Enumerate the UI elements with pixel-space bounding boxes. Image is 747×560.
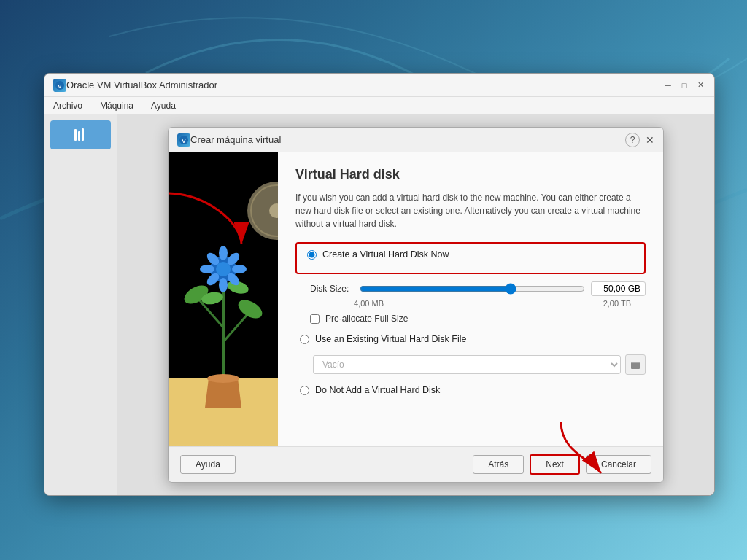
folder-icon: [630, 359, 640, 370]
dialog-close-button[interactable]: ✕: [646, 134, 654, 146]
svg-point-20: [219, 278, 228, 292]
no-disk-radio-option[interactable]: Do Not Add a Virtual Hard Disk: [295, 382, 646, 398]
dialog-title-controls: ? ✕: [625, 133, 654, 147]
create-vm-dialog: V Crear máquina virtual ? ✕: [168, 127, 664, 483]
disk-size-slider[interactable]: [360, 283, 585, 295]
disk-size-input[interactable]: [591, 281, 646, 296]
create-now-radio[interactable]: [307, 250, 317, 260]
use-existing-radio-option[interactable]: Use an Existing Virtual Hard Disk File: [295, 331, 646, 347]
cancel-button[interactable]: Cancelar: [586, 455, 651, 474]
back-button[interactable]: Atrás: [473, 455, 524, 474]
menu-archivo[interactable]: Archivo: [50, 99, 85, 112]
slider-max-label: 2,00 TB: [603, 299, 631, 308]
create-now-option-container: Create a Virtual Hard Disk Now: [295, 242, 646, 274]
dialog-illustration: [169, 152, 278, 446]
sidebar-tools-button[interactable]: [50, 120, 111, 149]
pre-allocate-label: Pre-allocate Full Size: [325, 314, 408, 324]
existing-disk-select[interactable]: Vacío: [313, 355, 621, 374]
dialog-logo-icon: V: [177, 133, 190, 147]
svg-rect-3: [74, 129, 77, 141]
vbox-titlebar: V Oracle VM VirtualBox Administrador ─ □…: [44, 74, 714, 97]
dialog-body: Virtual Hard disk If you wish you can ad…: [169, 152, 663, 446]
dialog-titlebar: V Crear máquina virtual ? ✕: [169, 128, 663, 152]
menu-maquina[interactable]: Máquina: [97, 99, 136, 112]
svg-point-27: [207, 374, 239, 383]
maximize-button[interactable]: □: [679, 80, 689, 90]
svg-point-21: [200, 265, 214, 273]
dialog-main-content: Virtual Hard disk If you wish you can ad…: [278, 152, 663, 446]
plant-illustration: [169, 152, 278, 444]
dialog-title: Crear máquina virtual: [190, 134, 625, 145]
slider-labels: 4,00 MB 2,00 TB: [354, 299, 631, 308]
create-now-radio-option[interactable]: Create a Virtual Hard Disk Now: [303, 246, 638, 262]
use-existing-label: Use an Existing Virtual Hard Disk File: [315, 334, 466, 344]
create-now-label: Create a Virtual Hard Disk Now: [322, 249, 449, 260]
disk-size-row: Disk Size:: [310, 281, 646, 296]
vbox-main-area: V Crear máquina virtual ? ✕: [117, 114, 714, 495]
dialog-footer: Ayuda Atrás Next Cancelar: [169, 446, 663, 482]
use-existing-radio[interactable]: [300, 335, 309, 344]
no-disk-radio[interactable]: [300, 386, 309, 395]
svg-rect-31: [631, 362, 640, 369]
vbox-window-title: Oracle VM VirtualBox Administrador: [66, 79, 663, 90]
menu-ayuda[interactable]: Ayuda: [148, 99, 179, 112]
svg-text:V: V: [182, 138, 186, 144]
no-disk-label: Do Not Add a Virtual Hard Disk: [315, 385, 440, 395]
dialog-overlay: V Crear máquina virtual ? ✕: [117, 114, 714, 495]
dialog-help-icon[interactable]: ?: [625, 133, 640, 147]
menu-bar: Archivo Máquina Ayuda: [44, 97, 714, 114]
minimize-button[interactable]: ─: [663, 80, 673, 90]
close-button[interactable]: ✕: [695, 80, 705, 90]
section-description: If you wish you can add a virtual hard d…: [295, 191, 646, 230]
svg-rect-4: [78, 131, 80, 141]
section-title: Virtual Hard disk: [295, 167, 646, 182]
pre-allocate-row: Pre-allocate Full Size: [310, 314, 646, 324]
svg-point-22: [232, 265, 247, 273]
vbox-logo-icon: V: [53, 79, 66, 92]
window-controls: ─ □ ✕: [663, 80, 705, 90]
existing-disk-select-container: Vacío: [313, 354, 646, 375]
svg-point-19: [219, 246, 228, 260]
existing-disk-browse-button[interactable]: [625, 354, 646, 375]
pre-allocate-checkbox[interactable]: [310, 314, 320, 324]
vbox-main-window: V Oracle VM VirtualBox Administrador ─ □…: [44, 73, 715, 496]
slider-min-label: 4,00 MB: [354, 299, 384, 308]
svg-rect-5: [82, 128, 84, 141]
vbox-sidebar: [44, 114, 117, 495]
vbox-body: V Crear máquina virtual ? ✕: [44, 114, 714, 495]
disk-size-slider-container: [360, 283, 585, 295]
next-button[interactable]: Next: [530, 454, 580, 475]
svg-text:V: V: [58, 83, 62, 90]
help-button[interactable]: Ayuda: [180, 455, 236, 474]
disk-size-label: Disk Size:: [310, 284, 354, 294]
